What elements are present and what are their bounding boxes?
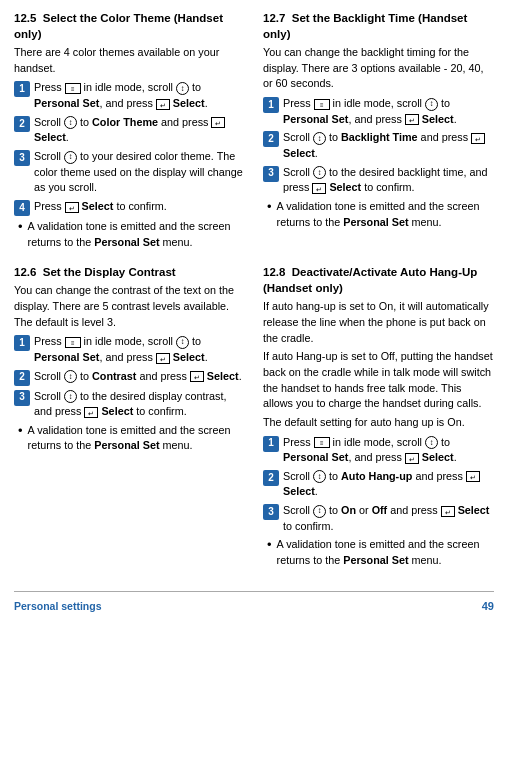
select-icon: ↵ xyxy=(84,407,98,418)
bullet-dot: • xyxy=(267,200,272,213)
scroll-icon xyxy=(425,98,438,111)
section-12-5: 12.5 Select the Color Theme (Handset onl… xyxy=(14,10,245,250)
section-12-5-body: There are 4 color themes available on yo… xyxy=(14,45,245,250)
bullet-text: A validation tone is emitted and the scr… xyxy=(28,219,245,250)
step-number: 1 xyxy=(263,97,279,113)
page-layout: 12.5 Select the Color Theme (Handset onl… xyxy=(14,10,494,583)
step-item: 4 Press ↵ Select to confirm. xyxy=(14,199,245,216)
step-item: 1 Press ≡ in idle mode, scroll to Person… xyxy=(263,96,494,127)
step-number: 2 xyxy=(263,131,279,147)
section-12-8-title: 12.8 Deactivate/Activate Auto Hang-Up (H… xyxy=(263,264,494,296)
step-item: 1 Press ≡ in idle mode, scroll to Person… xyxy=(263,435,494,466)
menu-icon: ≡ xyxy=(65,83,81,94)
step-text: Scroll to Contrast and press ↵ Select. xyxy=(34,369,245,385)
footer-label: Personal settings xyxy=(14,600,102,612)
step-item: 2 Scroll to Color Theme and press ↵ Sele… xyxy=(14,115,245,146)
section-12-5-steps: 1 Press ≡ in idle mode, scroll to Person… xyxy=(14,80,245,215)
page-footer: Personal settings 49 xyxy=(14,591,494,612)
bullet-item: • A validation tone is emitted and the s… xyxy=(267,199,494,230)
step-text: Scroll to Backlight Time and press ↵ Sel… xyxy=(283,130,494,161)
scroll-icon xyxy=(425,436,438,449)
bullet-text: A validation tone is emitted and the scr… xyxy=(277,199,494,230)
select-icon: ↵ xyxy=(441,506,455,517)
step-item: 3 Scroll to On or Off and press ↵ Select… xyxy=(263,503,494,534)
step-item: 1 Press ≡ in idle mode, scroll to Person… xyxy=(14,334,245,365)
menu-icon: ≡ xyxy=(314,99,330,110)
step-number: 3 xyxy=(14,150,30,166)
step-text: Press ≡ in idle mode, scroll to Personal… xyxy=(34,80,245,111)
step-item: 3 Scroll to the desired display contrast… xyxy=(14,389,245,420)
select-icon: ↵ xyxy=(156,353,170,364)
step-item: 3 Scroll to your desired color theme. Th… xyxy=(14,149,245,196)
step-number: 4 xyxy=(14,200,30,216)
step-number: 1 xyxy=(14,81,30,97)
section-12-8-intro-3: The default setting for auto hang up is … xyxy=(263,415,494,431)
scroll-icon xyxy=(64,116,77,129)
step-number: 2 xyxy=(263,470,279,486)
menu-icon: ≡ xyxy=(65,337,81,348)
step-item: 2 Scroll to Auto Hang-up and press ↵ Sel… xyxy=(263,469,494,500)
step-number: 3 xyxy=(14,390,30,406)
bullet-text: A validation tone is emitted and the scr… xyxy=(28,423,245,454)
scroll-icon xyxy=(64,370,77,383)
step-item: 2 Scroll to Backlight Time and press ↵ S… xyxy=(263,130,494,161)
section-12-7-body: You can change the backlight timing for … xyxy=(263,45,494,230)
scroll-icon xyxy=(64,390,77,403)
bullet-dot: • xyxy=(267,538,272,551)
section-12-5-intro: There are 4 color themes available on yo… xyxy=(14,45,245,76)
section-12-7-intro: You can change the backlight timing for … xyxy=(263,45,494,92)
section-12-6-steps: 1 Press ≡ in idle mode, scroll to Person… xyxy=(14,334,245,420)
section-12-8-intro-2: If auto Hang-up is set to Off, putting t… xyxy=(263,349,494,412)
scroll-icon xyxy=(64,151,77,164)
step-text: Scroll to Auto Hang-up and press ↵ Selec… xyxy=(283,469,494,500)
step-number: 1 xyxy=(14,335,30,351)
page-number: 49 xyxy=(482,600,494,612)
step-number: 2 xyxy=(14,116,30,132)
step-text: Scroll to the desired display contrast, … xyxy=(34,389,245,420)
section-12-8-intro-1: If auto hang-up is set to On, it will au… xyxy=(263,299,494,346)
bullet-dot: • xyxy=(18,220,23,233)
scroll-icon xyxy=(313,470,326,483)
bullet-item: • A validation tone is emitted and the s… xyxy=(267,537,494,568)
section-12-7-title: 12.7 Set the Backlight Time (Handset onl… xyxy=(263,10,494,42)
section-12-7: 12.7 Set the Backlight Time (Handset onl… xyxy=(263,10,494,250)
scroll-icon xyxy=(313,132,326,145)
step-item: 3 Scroll to the desired backlight time, … xyxy=(263,165,494,196)
select-icon: ↵ xyxy=(466,471,480,482)
step-text: Press ≡ in idle mode, scroll to Personal… xyxy=(34,334,245,365)
section-12-5-title: 12.5 Select the Color Theme (Handset onl… xyxy=(14,10,245,42)
bullet-text: A validation tone is emitted and the scr… xyxy=(277,537,494,568)
step-text: Scroll to your desired color theme. The … xyxy=(34,149,245,196)
scroll-icon xyxy=(313,166,326,179)
section-12-8-steps: 1 Press ≡ in idle mode, scroll to Person… xyxy=(263,435,494,535)
section-12-6-body: You can change the contrast of the text … xyxy=(14,283,245,454)
menu-icon: ≡ xyxy=(314,437,330,448)
step-number: 1 xyxy=(263,436,279,452)
select-icon: ↵ xyxy=(471,133,485,144)
step-text: Scroll to On or Off and press ↵ Select t… xyxy=(283,503,494,534)
step-item: 1 Press ≡ in idle mode, scroll to Person… xyxy=(14,80,245,111)
step-text: Press ↵ Select to confirm. xyxy=(34,199,245,215)
select-icon: ↵ xyxy=(405,114,419,125)
select-icon: ↵ xyxy=(156,99,170,110)
bullet-item: • A validation tone is emitted and the s… xyxy=(18,423,245,454)
scroll-icon xyxy=(313,505,326,518)
section-12-8-body: If auto hang-up is set to On, it will au… xyxy=(263,299,494,568)
select-icon: ↵ xyxy=(312,183,326,194)
select-icon: ↵ xyxy=(211,117,225,128)
section-12-6-intro: You can change the contrast of the text … xyxy=(14,283,245,330)
select-icon: ↵ xyxy=(190,371,204,382)
scroll-icon xyxy=(176,82,189,95)
step-text: Press ≡ in idle mode, scroll to Personal… xyxy=(283,96,494,127)
step-text: Press ≡ in idle mode, scroll to Personal… xyxy=(283,435,494,466)
step-text: Scroll to the desired backlight time, an… xyxy=(283,165,494,196)
section-12-7-steps: 1 Press ≡ in idle mode, scroll to Person… xyxy=(263,96,494,196)
bullet-dot: • xyxy=(18,424,23,437)
select-icon: ↵ xyxy=(405,453,419,464)
bullet-item: • A validation tone is emitted and the s… xyxy=(18,219,245,250)
step-item: 2 Scroll to Contrast and press ↵ Select. xyxy=(14,369,245,386)
section-12-6: 12.6 Set the Display Contrast You can ch… xyxy=(14,264,245,568)
section-12-6-title: 12.6 Set the Display Contrast xyxy=(14,264,245,280)
section-12-8: 12.8 Deactivate/Activate Auto Hang-Up (H… xyxy=(263,264,494,568)
step-number: 3 xyxy=(263,166,279,182)
